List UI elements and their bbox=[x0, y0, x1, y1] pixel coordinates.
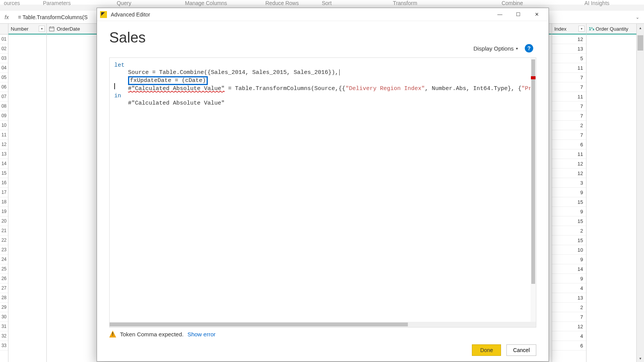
column-header[interactable]: 1²₃ Order Quantity bbox=[586, 24, 636, 34]
row-number[interactable]: 17 bbox=[0, 188, 8, 197]
row-number[interactable]: 12 bbox=[0, 140, 8, 149]
row-number[interactable]: 18 bbox=[0, 197, 8, 207]
cell[interactable]: 10 bbox=[552, 245, 586, 255]
cell[interactable]: 7 bbox=[552, 130, 586, 140]
row-number[interactable]: 27 bbox=[0, 283, 8, 293]
row-number[interactable]: 13 bbox=[0, 149, 8, 159]
dialog-titlebar[interactable]: Advanced Editor — ☐ ✕ bbox=[97, 8, 549, 21]
row-number[interactable]: 04 bbox=[0, 63, 8, 73]
row-number[interactable]: 21 bbox=[0, 226, 8, 236]
cell[interactable]: 9 bbox=[552, 207, 586, 216]
code-editor[interactable]: let Source = Table.Combine({Sales_2014, … bbox=[109, 57, 536, 328]
row-number[interactable]: 10 bbox=[0, 121, 8, 130]
row-number[interactable]: 29 bbox=[0, 303, 8, 312]
show-error-link[interactable]: Show error bbox=[187, 331, 215, 337]
cell[interactable]: 6 bbox=[552, 341, 586, 351]
row-number[interactable]: 07 bbox=[0, 92, 8, 102]
ribbon-group: AI Insights bbox=[584, 0, 609, 6]
cell[interactable]: 7 bbox=[552, 102, 586, 111]
cell[interactable]: 12 bbox=[552, 169, 586, 178]
editor-vertical-scrollbar[interactable] bbox=[531, 58, 536, 322]
row-number[interactable]: 28 bbox=[0, 293, 8, 303]
status-message: Token Comma expected. bbox=[120, 331, 184, 337]
code-error-underline: #"Calculated Absolute Value" bbox=[128, 85, 225, 92]
row-number[interactable]: 24 bbox=[0, 255, 8, 264]
row-number[interactable]: 19 bbox=[0, 207, 8, 216]
cell[interactable]: 2 bbox=[552, 121, 586, 130]
error-marker[interactable] bbox=[531, 76, 536, 79]
column-filter-icon[interactable]: ▾ bbox=[39, 26, 45, 32]
cell[interactable]: 9 bbox=[552, 274, 586, 283]
row-number[interactable]: 08 bbox=[0, 102, 8, 111]
display-options-dropdown[interactable]: Display Options ▾ bbox=[473, 45, 518, 52]
row-number[interactable]: 02 bbox=[0, 44, 8, 54]
cell[interactable]: 11 bbox=[552, 149, 586, 159]
row-number[interactable]: 25 bbox=[0, 264, 8, 274]
row-number[interactable]: 03 bbox=[0, 54, 8, 63]
cell[interactable]: 7 bbox=[552, 82, 586, 92]
scroll-thumb[interactable] bbox=[110, 323, 408, 326]
code-area[interactable]: let Source = Table.Combine({Sales_2014, … bbox=[110, 58, 536, 322]
scroll-thumb[interactable] bbox=[637, 35, 643, 51]
chevron-down-icon: ▾ bbox=[516, 46, 518, 51]
scroll-thumb[interactable] bbox=[531, 59, 535, 284]
cell[interactable]: 7 bbox=[552, 312, 586, 322]
cell[interactable]: 7 bbox=[552, 73, 586, 82]
cancel-button[interactable]: Cancel bbox=[506, 344, 536, 356]
row-number[interactable]: 06 bbox=[0, 82, 8, 92]
minimize-button[interactable]: — bbox=[491, 9, 509, 20]
row-number[interactable]: 26 bbox=[0, 274, 8, 283]
row-number[interactable]: 09 bbox=[0, 111, 8, 121]
cell[interactable]: 15 bbox=[552, 216, 586, 226]
cell[interactable]: 11 bbox=[552, 92, 586, 102]
cell[interactable]: 2 bbox=[552, 226, 586, 236]
formula-expand-icon[interactable]: ⌄ bbox=[636, 15, 639, 20]
column-order-quantity: 1²₃ Order Quantity bbox=[586, 24, 636, 362]
column-header[interactable]: Index ▾ bbox=[552, 24, 586, 34]
row-number[interactable]: 22 bbox=[0, 236, 8, 245]
cell[interactable]: 3 bbox=[552, 178, 586, 188]
column-header-label: Number bbox=[11, 26, 28, 32]
row-number[interactable]: 30 bbox=[0, 312, 8, 322]
cell[interactable]: 15 bbox=[552, 197, 586, 207]
cell[interactable]: 2 bbox=[552, 303, 586, 312]
row-number[interactable]: 14 bbox=[0, 159, 8, 169]
scroll-down-icon[interactable]: ▾ bbox=[637, 354, 644, 362]
row-number[interactable]: 23 bbox=[0, 245, 8, 255]
cell[interactable]: 5 bbox=[552, 54, 586, 63]
help-icon[interactable]: ? bbox=[525, 44, 533, 52]
row-number[interactable]: 33 bbox=[0, 341, 8, 351]
maximize-button[interactable]: ☐ bbox=[509, 9, 527, 20]
code-keyword: in bbox=[114, 93, 121, 99]
scroll-up-icon[interactable]: ▴ bbox=[637, 24, 644, 31]
cell[interactable]: 11 bbox=[552, 63, 586, 73]
grid-vertical-scrollbar[interactable]: ▴ ▾ bbox=[636, 24, 644, 362]
cell[interactable]: 12 bbox=[552, 159, 586, 169]
row-number[interactable]: 20 bbox=[0, 216, 8, 226]
cell[interactable]: 9 bbox=[552, 188, 586, 197]
column-header-label: Order Quantity bbox=[596, 26, 628, 32]
column-header[interactable]: Number ▾ bbox=[8, 24, 46, 34]
close-button[interactable]: ✕ bbox=[528, 9, 545, 20]
cell[interactable]: 15 bbox=[552, 236, 586, 245]
row-number[interactable]: 01 bbox=[0, 34, 8, 44]
row-number[interactable]: 32 bbox=[0, 331, 8, 341]
cell[interactable]: 4 bbox=[552, 331, 586, 341]
row-number[interactable]: 16 bbox=[0, 178, 8, 188]
cell[interactable]: 12 bbox=[552, 34, 586, 44]
cell[interactable]: 13 bbox=[552, 293, 586, 303]
cell[interactable]: 9 bbox=[552, 255, 586, 264]
cell[interactable]: 12 bbox=[552, 322, 586, 331]
editor-horizontal-scrollbar[interactable] bbox=[110, 322, 536, 327]
row-number[interactable]: 05 bbox=[0, 73, 8, 82]
cell[interactable]: 4 bbox=[552, 283, 586, 293]
cell[interactable]: 14 bbox=[552, 264, 586, 274]
cell[interactable]: 6 bbox=[552, 140, 586, 149]
column-filter-icon[interactable]: ▾ bbox=[578, 26, 585, 32]
row-number[interactable]: 11 bbox=[0, 130, 8, 140]
row-number[interactable]: 31 bbox=[0, 322, 8, 331]
cell[interactable]: 7 bbox=[552, 111, 586, 121]
done-button[interactable]: Done bbox=[472, 344, 501, 356]
row-number[interactable]: 15 bbox=[0, 169, 8, 178]
cell[interactable]: 13 bbox=[552, 44, 586, 54]
